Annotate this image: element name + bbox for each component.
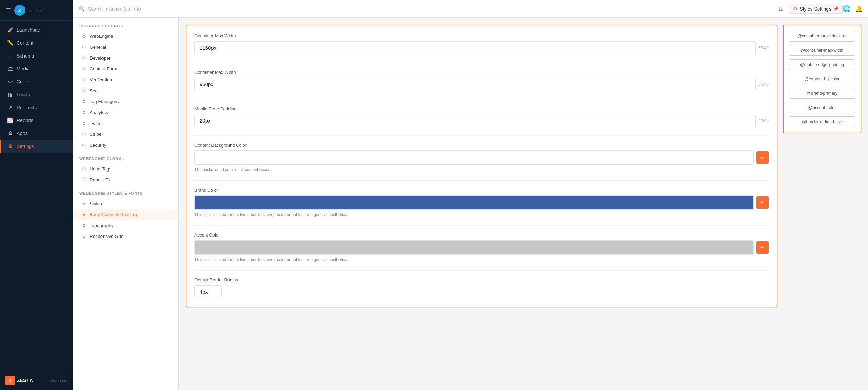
svg-rect-0 <box>8 93 9 97</box>
sub-nav-general[interactable]: ⚙ General <box>73 42 178 52</box>
field-content-bg-color: Content Background Color ✏ The backgroun… <box>194 143 769 172</box>
var-accent-color[interactable]: @accent-color <box>789 102 855 113</box>
sub-nav-twitter[interactable]: ⚙ Twitter <box>73 118 178 129</box>
sub-nav-responsive-grid[interactable]: ⚙ Responsive Grid <box>73 231 178 242</box>
divider-3 <box>194 135 769 136</box>
sidebar-item-settings[interactable]: ⚙ Settings <box>0 140 73 153</box>
apps-icon: ⚙ <box>7 130 13 136</box>
search-area: 🔍 Search Instance (ctrl + k) <box>79 6 779 12</box>
divider-1 <box>194 63 769 63</box>
sidebar-item-content[interactable]: ✏️ Content <box>0 36 73 49</box>
field-container-max-width: Container Max Width 5/640 <box>194 70 769 91</box>
divider-4 <box>194 180 769 181</box>
instance-name: ····· ····· <box>29 8 42 13</box>
var-container-large-desktop[interactable]: @container-large-desktop <box>789 31 855 42</box>
field-row-border-radius <box>194 285 769 298</box>
sub-nav-styles[interactable]: ✏ Styles <box>73 198 178 209</box>
sidebar-item-schema[interactable]: ≡ Schema <box>0 49 73 62</box>
styles-fonts-title: WEBENGINE STYLES & FONTS <box>73 185 178 198</box>
sub-nav-contact-form[interactable]: ⚙ Contact Form <box>73 63 178 74</box>
sidebar-item-launchpad[interactable]: 🚀 Launchpad <box>0 23 73 36</box>
search-placeholder[interactable]: Search Instance (ctrl + k) <box>88 6 141 12</box>
input-container-large-desktop[interactable] <box>194 41 756 54</box>
var-mobile-edge-padding[interactable]: @mobile-edge-padding <box>789 59 855 70</box>
var-content-bg-color[interactable]: @content-bg-color <box>789 74 855 84</box>
webengine-icon: ◇ <box>81 33 87 39</box>
bell-icon[interactable]: 🔔 <box>855 5 863 13</box>
field-label-accent: Accent Color <box>194 232 769 238</box>
field-brand-color: Brand Color ✏ This color is used for hai… <box>194 188 769 217</box>
field-label-brand: Brand Color <box>194 188 769 193</box>
divider-5 <box>194 225 769 226</box>
sidebar-item-code[interactable]: <> Code <box>0 75 73 88</box>
edit-btn-accent[interactable]: ✏ <box>756 241 769 254</box>
responsive-grid-icon: ⚙ <box>81 233 87 239</box>
sub-nav-tag-managers[interactable]: ⚙ Tag Managers <box>73 96 178 107</box>
main-content: Container Max Width 6/640 Container Max … <box>179 18 868 390</box>
input-border-radius[interactable] <box>194 285 222 298</box>
sidebar-item-apps[interactable]: ⚙ Apps <box>0 127 73 140</box>
sidebar-item-redirects[interactable]: ↗ Redirects <box>0 101 73 114</box>
svg-rect-1 <box>10 93 11 97</box>
zesty-logo-text: ZESTY. <box>17 378 33 383</box>
globe-icon[interactable]: 🌐 <box>843 5 850 13</box>
topbar: 🔍 Search Instance (ctrl + k) ⊞ ⚙ Styles … <box>73 0 868 18</box>
tab-settings-icon: ⚙ <box>793 6 798 12</box>
right-panel: @container-large-desktop @container-max-… <box>783 25 861 133</box>
input-container-max-width[interactable] <box>194 78 756 91</box>
hamburger-icon[interactable]: ☰ <box>5 6 11 14</box>
filter-icon[interactable]: ⊞ <box>779 5 783 12</box>
color-preview-content-bg <box>194 150 754 165</box>
verification-icon: ⚙ <box>81 77 87 82</box>
color-preview-accent <box>194 240 754 255</box>
sidebar-item-media[interactable]: 🖼 Media <box>0 62 73 75</box>
sub-nav-head-tags[interactable]: </> Head Tags <box>73 163 178 174</box>
sub-nav-analytics[interactable]: ⚙ Analytics <box>73 107 178 118</box>
var-brand-primary[interactable]: @brand-primary <box>789 88 855 99</box>
field-accent-color: Accent Color ✏ This color is used for ha… <box>194 232 769 262</box>
content-body: INSTANCE SETTINGS ◇ WebEngine ⚙ General … <box>73 18 868 390</box>
sub-nav-body-colors[interactable]: ● Body Colors & Spacing <box>73 209 178 220</box>
sidebar-item-reports[interactable]: 📈 Reports <box>0 114 73 127</box>
center-panel: Container Max Width 6/640 Container Max … <box>186 25 777 383</box>
twitter-icon: ⚙ <box>81 120 87 126</box>
active-tab[interactable]: ⚙ Styles Settings 📌 <box>789 4 843 14</box>
desc-accent: This color is used for hairlines, border… <box>194 257 769 262</box>
field-container-large-desktop: Container Max Width 6/640 <box>194 33 769 54</box>
sub-nav-robots-txt[interactable]: 📄 Robots.Txt <box>73 174 178 185</box>
tab-label: Styles Settings <box>800 6 831 12</box>
var-container-max-width[interactable]: @container-max-width <box>789 45 855 56</box>
sidebar-footer: Z ZESTY. #9dfcea96 <box>0 371 73 390</box>
reports-icon: 📈 <box>7 117 13 124</box>
sub-nav-typography[interactable]: ⚙ Typography <box>73 220 178 231</box>
edit-btn-brand[interactable]: ✏ <box>756 196 769 209</box>
content-icon: ✏️ <box>7 40 13 46</box>
field-label-mobile-padding: Mobile Edge Padding <box>194 106 769 111</box>
sidebar-nav: 🚀 Launchpad ✏️ Content ≡ Schema 🖼 Media … <box>0 21 73 371</box>
general-icon: ⚙ <box>81 44 87 50</box>
divider-2 <box>194 99 769 99</box>
webengine-global-title: WEBENGINE GLOBAL <box>73 150 178 163</box>
sub-nav-seo[interactable]: ⚙ Seo <box>73 85 178 96</box>
sidebar-item-leads[interactable]: Leads <box>0 88 73 101</box>
color-row-accent: ✏ <box>194 240 769 255</box>
sub-nav-stripe[interactable]: ⚙ Stripe <box>73 129 178 140</box>
instance-settings-title: INSTANCE SETTINGS <box>73 18 178 31</box>
schema-icon: ≡ <box>7 53 13 59</box>
sub-nav-verification[interactable]: ⚙ Verification <box>73 74 178 85</box>
sub-nav-security[interactable]: ⚙ Security <box>73 140 178 150</box>
var-border-radius-base[interactable]: @border-radius-base <box>789 116 855 127</box>
color-row-content-bg: ✏ <box>194 150 769 165</box>
typography-icon: ⚙ <box>81 223 87 228</box>
sub-nav-developer[interactable]: ⚙ Developer <box>73 52 178 63</box>
media-icon: 🖼 <box>7 66 13 72</box>
edit-btn-content-bg[interactable]: ✏ <box>756 151 769 164</box>
counter-container-max: 5/640 <box>758 82 769 87</box>
svg-rect-2 <box>11 94 12 97</box>
sub-nav-webengine[interactable]: ◇ WebEngine <box>73 31 178 42</box>
seo-icon: ⚙ <box>81 88 87 93</box>
main-area: 🔍 Search Instance (ctrl + k) ⊞ ⚙ Styles … <box>73 0 868 390</box>
robots-txt-icon: 📄 <box>81 177 87 182</box>
counter-container-large: 6/640 <box>758 46 769 50</box>
input-mobile-edge-padding[interactable] <box>194 114 756 127</box>
